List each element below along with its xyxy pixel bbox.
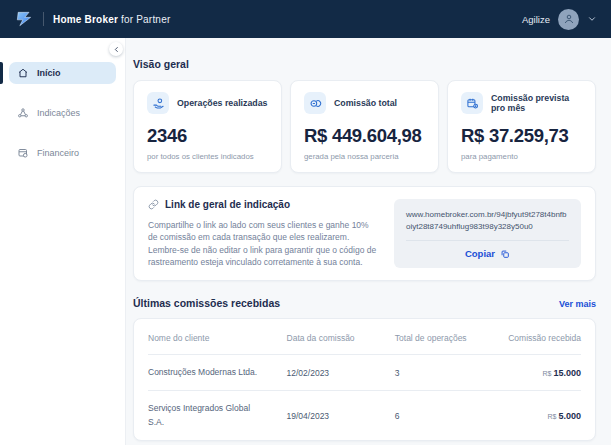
hand-coin-icon [147, 92, 169, 114]
commissions-title: Últimas comissões recebidas [133, 297, 280, 309]
homebroker-logo-icon [14, 9, 34, 29]
active-item-marker [0, 62, 3, 84]
client-name: Construções Modernas Ltda. [148, 366, 266, 379]
currency-symbol: R$ [542, 370, 551, 377]
home-icon [17, 67, 29, 79]
sidebar-item-label: Indicações [37, 108, 80, 118]
sidebar-item-indicacoes[interactable]: Indicações [9, 102, 116, 124]
sidebar-item-label: Início [37, 68, 61, 78]
client-name: Serviços Integrados Global S.A. [148, 402, 266, 428]
stat-card-value: R$ 37.259,73 [461, 125, 582, 147]
amount-value: 15.000 [553, 368, 581, 378]
column-header-operations: Total de operações [395, 333, 495, 343]
sidebar-item-label: Financeiro [37, 148, 79, 158]
copy-link-button[interactable]: Copiar [406, 248, 569, 259]
see-more-link[interactable]: Ver mais [559, 299, 596, 309]
chevron-left-icon [113, 46, 120, 53]
referral-url[interactable]: www.homebroker.com.br/94jbfyut9t278t4bnf… [406, 209, 569, 232]
chevron-down-icon[interactable] [587, 14, 597, 24]
column-header-date: Data da comissão [287, 333, 395, 343]
brand-name: Home Broker [53, 14, 118, 25]
person-icon [563, 13, 575, 25]
link-icon [148, 199, 159, 210]
page-body: Início Indicações Financeiro Visão geral [0, 38, 611, 445]
brand-divider [43, 12, 44, 26]
total-operations: 3 [395, 368, 495, 378]
sidebar: Início Indicações Financeiro [0, 38, 126, 445]
sidebar-item-inicio[interactable]: Início [9, 62, 116, 84]
brand-suffix: for Partner [121, 14, 170, 25]
sidebar-item-financeiro[interactable]: Financeiro [9, 142, 116, 164]
stat-card-value: R$ 449.604,98 [304, 125, 425, 147]
table-row[interactable]: Construções Modernas Ltda. 12/02/2023 3 … [148, 355, 581, 391]
brand-title: Home Broker for Partner [53, 14, 170, 25]
stat-card-caption: por todos os clientes indicados [147, 152, 268, 161]
copy-icon [500, 249, 510, 259]
wallet-coin-icon [17, 147, 29, 159]
stat-card-caption: gerada pela nossa parceria [304, 152, 425, 161]
referral-link-description: Compartilhe o link ao lado com seus clie… [148, 219, 380, 268]
commission-date: 12/02/2023 [287, 368, 395, 378]
currency-symbol: R$ [547, 413, 556, 420]
user-name: Agilize [522, 14, 550, 25]
user-menu[interactable]: Agilize [522, 9, 597, 30]
main-content: Visão geral Operações realizadas 2346 po… [126, 38, 611, 445]
stat-card-comissao-prevista: Comissão prevista pro mês R$ 37.259,73 p… [447, 80, 596, 173]
linkbox-divider [406, 240, 569, 241]
total-operations: 6 [395, 411, 495, 421]
referral-link-card: Link de geral de indicação Compartilhe o… [133, 186, 596, 281]
calendar-coin-icon [461, 92, 483, 114]
stat-card-comissao-total: Comissão total R$ 449.604,98 gerada pela… [290, 80, 439, 173]
referral-link-title: Link de geral de indicação [165, 199, 290, 210]
table-row[interactable]: Serviços Integrados Global S.A. 19/04/20… [148, 391, 581, 439]
commission-date: 19/04/2023 [287, 411, 395, 421]
column-header-commission: Comissão recebida [494, 333, 581, 343]
commission-amount: R$15.000 [494, 368, 581, 378]
stat-card-label: Comissão total [334, 98, 397, 108]
stat-card-operacoes: Operações realizadas 2346 por todos os c… [133, 80, 282, 173]
referral-link-info: Link de geral de indicação Compartilhe o… [148, 199, 380, 268]
stat-cards: Operações realizadas 2346 por todos os c… [133, 80, 596, 173]
sidebar-collapse-button[interactable] [109, 42, 123, 56]
commissions-table: Nome do cliente Data da comissão Total d… [133, 318, 596, 441]
brand-area: Home Broker for Partner [14, 9, 170, 29]
copy-button-label: Copiar [465, 248, 495, 259]
table-header-row: Nome do cliente Data da comissão Total d… [148, 333, 581, 355]
top-bar: Home Broker for Partner Agilize [0, 0, 611, 38]
commissions-section-header: Últimas comissões recebidas Ver mais [133, 297, 596, 309]
stat-card-label: Comissão prevista pro mês [491, 93, 582, 113]
commission-amount: R$5.000 [494, 411, 581, 421]
amount-value: 5.000 [558, 411, 581, 421]
referral-link-box: www.homebroker.com.br/94jbfyut9t278t4bnf… [394, 199, 581, 268]
column-header-client: Nome do cliente [148, 333, 287, 343]
coins-icon [304, 92, 326, 114]
stat-card-label: Operações realizadas [177, 98, 267, 108]
stat-card-caption: para pagamento [461, 152, 582, 161]
sidebar-nav: Início Indicações Financeiro [0, 38, 125, 164]
avatar[interactable] [558, 9, 579, 30]
stat-card-value: 2346 [147, 125, 268, 147]
overview-title: Visão geral [133, 58, 596, 70]
referral-network-icon [17, 107, 29, 119]
